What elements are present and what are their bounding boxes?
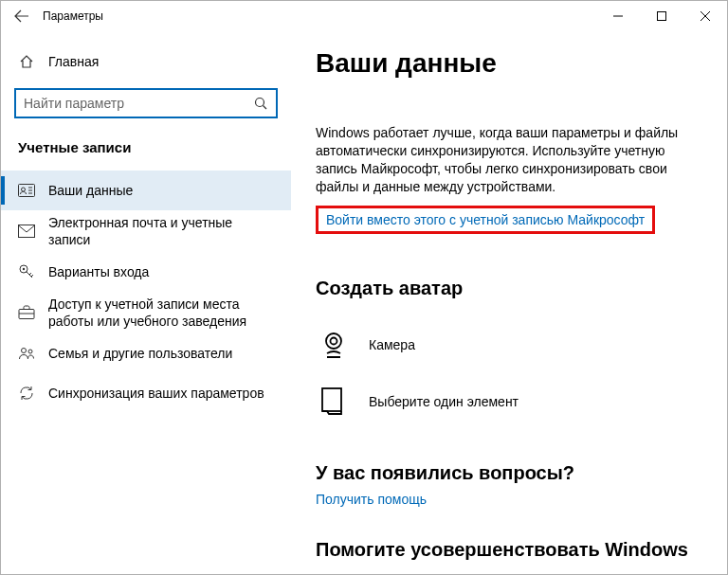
svg-point-11 <box>331 338 337 345</box>
sidebar-item-family[interactable]: Семья и другие пользователи <box>1 333 291 373</box>
svg-rect-4 <box>19 225 35 238</box>
svg-point-6 <box>23 268 25 270</box>
sidebar-item-label: Семья и другие пользователи <box>48 345 232 362</box>
back-button[interactable] <box>1 1 43 31</box>
sidebar-item-label: Доступ к учетной записи места работы или… <box>48 296 276 330</box>
titlebar: Параметры <box>1 1 727 31</box>
id-card-icon <box>18 184 35 197</box>
main-content: Ваши данные Windows работает лучше, когд… <box>291 31 727 574</box>
arrow-left-icon <box>14 9 29 24</box>
sidebar: Главная Учетные записи Ваши данные <box>1 31 291 574</box>
sidebar-item-label: Электронная почта и учетные записи <box>48 214 276 248</box>
maximize-button[interactable] <box>640 1 683 31</box>
sidebar-home[interactable]: Главная <box>1 45 291 79</box>
minimize-button[interactable] <box>596 1 640 31</box>
search-icon <box>246 96 276 111</box>
page-title: Ваши данные <box>316 48 702 79</box>
sidebar-item-work-school[interactable]: Доступ к учетной записи места работы или… <box>1 292 291 333</box>
svg-point-9 <box>28 350 32 353</box>
avatar-option-label: Выберите один элемент <box>369 394 519 409</box>
sidebar-item-your-info[interactable]: Ваши данные <box>1 171 291 210</box>
close-button[interactable] <box>683 1 727 31</box>
maximize-icon <box>657 11 666 21</box>
avatar-option-browse[interactable]: Выберите один элемент <box>316 373 702 430</box>
minimize-icon <box>613 11 623 21</box>
svg-point-10 <box>326 333 341 349</box>
sync-description: Windows работает лучше, когда ваши парам… <box>316 124 695 196</box>
window-title: Параметры <box>43 9 103 23</box>
sidebar-item-label: Синхронизация ваших параметров <box>48 385 264 402</box>
mail-icon <box>18 225 35 238</box>
signin-ms-account-link[interactable]: Войти вместо этого с учетной записью Май… <box>326 212 645 227</box>
sidebar-category-title: Учетные записи <box>1 118 291 161</box>
search-box[interactable] <box>14 88 278 118</box>
signin-highlight-box: Войти вместо этого с учетной записью Май… <box>316 206 655 234</box>
sidebar-nav: Ваши данные Электронная почта и учетные … <box>1 171 291 413</box>
sidebar-home-label: Главная <box>48 54 99 69</box>
sidebar-item-sync[interactable]: Синхронизация ваших параметров <box>1 373 291 413</box>
svg-rect-12 <box>322 388 341 411</box>
svg-point-8 <box>22 349 27 353</box>
questions-title: У вас появились вопросы? <box>316 462 702 484</box>
get-help-link[interactable]: Получить помощь <box>316 492 427 507</box>
sync-icon <box>18 385 35 402</box>
svg-point-3 <box>22 188 26 191</box>
sidebar-item-label: Варианты входа <box>48 263 149 280</box>
sidebar-item-email-accounts[interactable]: Электронная почта и учетные записи <box>1 210 291 252</box>
avatar-option-label: Камера <box>369 337 415 352</box>
home-icon <box>18 54 35 69</box>
improve-windows-title: Помогите усовершенствовать Windows <box>316 539 702 561</box>
svg-point-1 <box>256 99 264 107</box>
search-input[interactable] <box>16 90 246 117</box>
svg-rect-0 <box>658 12 666 21</box>
close-icon <box>701 11 710 21</box>
settings-window: Параметры Главная У <box>0 0 728 575</box>
sidebar-item-label: Ваши данные <box>48 182 133 199</box>
key-icon <box>18 263 35 280</box>
briefcase-icon <box>18 305 35 320</box>
avatar-option-camera[interactable]: Камера <box>316 316 702 373</box>
body: Главная Учетные записи Ваши данные <box>1 31 727 574</box>
browse-icon <box>316 384 352 420</box>
people-icon <box>18 346 35 361</box>
avatar-section-title: Создать аватар <box>316 278 702 299</box>
camera-icon <box>316 327 352 363</box>
sidebar-item-signin-options[interactable]: Варианты входа <box>1 252 291 292</box>
